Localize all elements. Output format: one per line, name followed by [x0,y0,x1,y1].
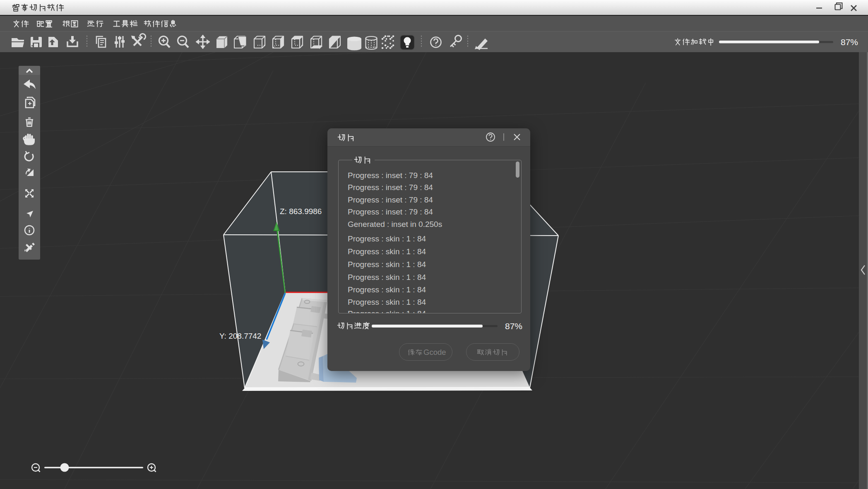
svg-text:87%: 87% [841,37,858,47]
svg-text:Z: 863.9986: Z: 863.9986 [280,207,322,216]
svg-text:Y: 208.7742: Y: 208.7742 [219,332,261,340]
